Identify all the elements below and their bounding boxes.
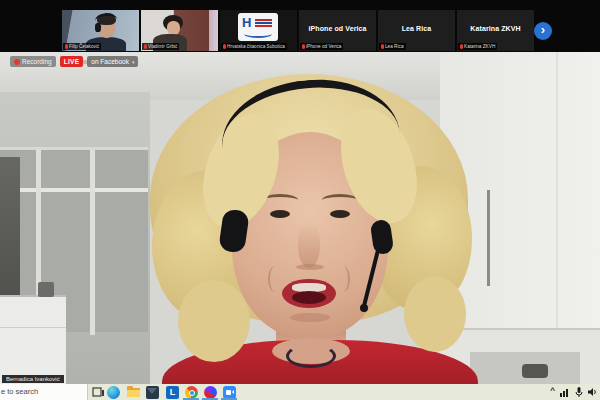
object-on-cabinet xyxy=(38,282,54,297)
participant-tile-video[interactable]: Filip Čelaković xyxy=(62,10,139,51)
live-destination-dropdown[interactable]: on Facebook ▾ xyxy=(87,56,138,67)
headset-mic-tip xyxy=(360,304,368,312)
participant-name-tag: Filip Čelaković xyxy=(63,43,101,50)
participant-display-name: Katarina ZKVH xyxy=(457,25,534,32)
muted-mic-icon xyxy=(144,44,147,49)
speaker-nose-shadow xyxy=(296,264,324,270)
search-placeholder-text: e to search xyxy=(1,387,38,396)
muted-mic-icon xyxy=(460,44,463,49)
mail-app-icon[interactable] xyxy=(146,386,159,399)
participant-name: iPhone od Verica xyxy=(306,44,341,49)
chevron-right-icon: › xyxy=(541,22,545,37)
participant-name-tag: Lea Rica xyxy=(379,43,406,50)
muted-mic-icon xyxy=(302,44,305,49)
participant-tile-name[interactable]: Katarina ZKVH Katarina ZKVH xyxy=(457,10,534,51)
participant-filmstrip: Filip Čelaković Vladimir Grbić H xyxy=(0,0,600,52)
speaker-eye xyxy=(330,210,350,218)
participant-name: Lea Rica xyxy=(385,44,404,49)
logo-text-lines xyxy=(255,19,272,28)
windows-taskbar: e to search L ^ xyxy=(0,384,600,400)
chin-shadow xyxy=(290,313,330,322)
recording-label: Recording xyxy=(22,58,52,65)
muted-mic-icon xyxy=(223,44,226,49)
next-participants-button[interactable]: › xyxy=(534,22,552,40)
zoom-meeting-window: Filip Čelaković Vladimir Grbić H xyxy=(0,0,600,400)
door-gap xyxy=(487,190,490,286)
participant-name: Filip Čelaković xyxy=(69,44,99,49)
hair-strand xyxy=(404,276,466,352)
white-cabinet xyxy=(0,295,66,384)
smile-line xyxy=(268,266,282,292)
participant-name: Katarina ZKVH xyxy=(464,44,495,49)
logo-letter: H xyxy=(242,16,251,29)
smile-line xyxy=(336,266,350,292)
l-app-letter: L xyxy=(170,387,176,397)
recording-indicator: Recording xyxy=(10,56,56,67)
speaker-nose xyxy=(298,224,320,268)
participant-name: Hrvatska čitaonica Subotica xyxy=(227,44,285,49)
muted-mic-icon xyxy=(381,44,384,49)
participant-tile-video[interactable]: Vladimir Grbić xyxy=(141,10,218,51)
microphone-icon[interactable] xyxy=(575,387,583,398)
live-destination-label: on Facebook xyxy=(91,58,129,65)
participant-display-name: Lea Rica xyxy=(378,25,455,32)
edge-browser-icon[interactable] xyxy=(107,386,120,399)
participant-tile-logo[interactable]: H Hrvatska čitaonica Subotica xyxy=(220,10,297,51)
network-icon[interactable] xyxy=(560,387,570,397)
speaker-necklace xyxy=(286,344,336,368)
hair-strand xyxy=(178,280,250,362)
main-speaker-video: Recording LIVE on Facebook ▾ Bernadica I… xyxy=(0,52,600,384)
participant-tile-name[interactable]: Lea Rica Lea Rica xyxy=(378,10,455,51)
participant-name-tag: Hrvatska čitaonica Subotica xyxy=(221,43,287,50)
participant-display-name: iPhone od Verica xyxy=(299,25,376,32)
chair-base xyxy=(522,364,548,378)
muted-mic-icon xyxy=(65,44,68,49)
l-app-icon[interactable]: L xyxy=(166,386,179,399)
speaker-name-tag: Bernadica Ivanković xyxy=(2,375,64,383)
speaker-volume-icon[interactable] xyxy=(588,387,598,397)
file-explorer-icon[interactable] xyxy=(127,386,140,399)
task-view-icon[interactable] xyxy=(92,386,105,399)
recording-dot-icon xyxy=(14,59,20,65)
participant-name-tag: Katarina ZKVH xyxy=(458,43,497,50)
stream-status-badges: Recording LIVE on Facebook ▾ xyxy=(10,56,138,67)
taskbar-search-input[interactable]: e to search xyxy=(0,384,88,400)
participant-name: Vladimir Grbić xyxy=(148,44,177,49)
participant-tile-name[interactable]: iPhone od Verica iPhone od Verica xyxy=(299,10,376,51)
speaker-mouth-inner xyxy=(292,291,326,304)
organization-logo: H xyxy=(238,13,278,41)
chevron-down-icon: ▾ xyxy=(132,59,135,65)
live-badge: LIVE xyxy=(60,56,84,67)
participant-name-tag: Vladimir Grbić xyxy=(142,43,179,50)
participant-name-tag: iPhone od Verica xyxy=(300,43,343,50)
logo-swoosh xyxy=(244,30,272,38)
system-tray: ^ xyxy=(550,384,598,400)
speaker-eye xyxy=(270,210,290,218)
show-hidden-icons-chevron[interactable]: ^ xyxy=(550,383,555,399)
